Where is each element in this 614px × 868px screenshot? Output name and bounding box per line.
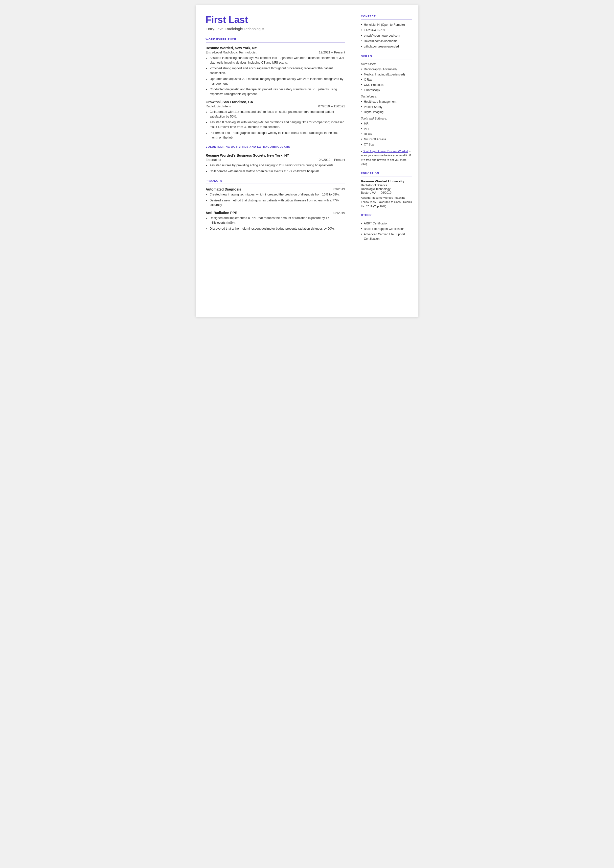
list-item: Provided strong rapport and encouragemen…	[206, 66, 345, 76]
job-2-bullets: Collaborated with 11+ interns and staff …	[206, 110, 345, 140]
name: First Last	[206, 15, 345, 25]
job-2-company: Growthsi, San Francisco, CA	[206, 100, 253, 104]
job-1: Resume Worded, New York, NY Entry-Level …	[206, 46, 345, 96]
list-item: Assisted 8 radiologists with loading PAC…	[206, 120, 345, 129]
list-item: CT Scan	[361, 142, 412, 147]
list-item: PET	[361, 127, 412, 131]
list-item: github.com/resumeworded	[361, 44, 412, 49]
list-item: Patient Safety	[361, 105, 412, 109]
other-list: ARRT Certification Basic Life Support Ce…	[361, 221, 412, 241]
contact-divider	[361, 19, 412, 20]
list-item: Assisted in injecting contrast dye via c…	[206, 56, 345, 65]
job-1-title-line: Entry-Level Radiologic Technologist 12/2…	[206, 50, 345, 54]
list-item: Digital Imaging	[361, 110, 412, 114]
hard-skills-list: Radiography (Advanced) Medical Imaging (…	[361, 67, 412, 92]
other-title: OTHER	[361, 214, 412, 216]
list-item: email@resumeworded.com	[361, 33, 412, 38]
other-divider	[361, 218, 412, 218]
list-item: ARRT Certification	[361, 221, 412, 226]
tools-list: MRI PET DEXA Microsoft Access CT Scan	[361, 121, 412, 147]
skills-title: SKILLS	[361, 55, 412, 57]
edu-school: Resume Worded University	[361, 179, 412, 183]
list-item: Assisted nurses by providing acting and …	[206, 163, 345, 168]
volunteer-job-1: Resume Worded's Business Society, New Yo…	[206, 154, 345, 174]
list-item: MRI	[361, 121, 412, 126]
volunteer-job-1-company: Resume Worded's Business Society, New Yo…	[206, 154, 289, 157]
job-1-dates: 12/2021 – Present	[319, 50, 345, 54]
contact-title: CONTACT	[361, 15, 412, 18]
project-2-title: Anti-Radiation PPE	[206, 211, 237, 215]
project-1-bullets: Created new imaging techniques, which in…	[206, 192, 345, 207]
promo-text: • Don't forget to use Resume Worded to s…	[361, 149, 412, 166]
project-2-header: Anti-Radiation PPE 02/2019	[206, 211, 345, 215]
project-1-header: Automated Diagnosis 03/2019	[206, 187, 345, 191]
job-1-title: Entry-Level Radiologic Technologist	[206, 50, 257, 54]
volunteer-job-1-header: Resume Worded's Business Society, New Yo…	[206, 154, 345, 157]
job-2-title-line: Radiologist Intern 07/2019 – 11/2021	[206, 104, 345, 108]
list-item: X-Ray	[361, 78, 412, 82]
list-item: Collaborated with medical staff to organ…	[206, 169, 345, 174]
list-item: +1-234-456-789	[361, 28, 412, 33]
list-item: Microsoft Access	[361, 137, 412, 141]
list-item: Collaborated with 11+ interns and staff …	[206, 110, 345, 119]
project-2-date: 02/2019	[333, 211, 345, 215]
list-item: Performed 145+ radiographic fluoroscopic…	[206, 130, 345, 140]
hard-skills-label: Hard Skills:	[361, 62, 412, 66]
project-1-date: 03/2019	[333, 187, 345, 191]
techniques-label: Techniques:	[361, 95, 412, 98]
projects-divider	[206, 183, 345, 184]
edu-degree: Bachelor of Science	[361, 183, 412, 187]
volunteer-job-1-title-line: Entertainer 04/2019 – Present	[206, 158, 345, 161]
project-2: Anti-Radiation PPE 02/2019 Designed and …	[206, 211, 345, 231]
list-item: Operated and adjusted 20+ medical imager…	[206, 77, 345, 86]
volunteering-title: VOLUNTEERING ACTIVITIES AND EXTRACURRICU…	[206, 145, 345, 148]
list-item: linkedin.com/in/username	[361, 39, 412, 43]
project-2-bullets: Designed and implemented a PPE that redu…	[206, 216, 345, 231]
job-2: Growthsi, San Francisco, CA Radiologist …	[206, 100, 345, 140]
job-2-title: Radiologist Intern	[206, 104, 231, 108]
techniques-list: Healthcare Management Patient Safety Dig…	[361, 99, 412, 114]
list-item: Fluoroscopy	[361, 88, 412, 92]
edu-awards: Awards: Resume Worded Teaching Fellow (o…	[361, 196, 412, 209]
list-item: Advanced Cardiac Life Support Certificat…	[361, 232, 412, 241]
project-1: Automated Diagnosis 03/2019 Created new …	[206, 187, 345, 207]
list-item: Medical Imaging (Experienced)	[361, 72, 412, 77]
contact-list: Honolulu, HI (Open to Remote) +1-234-456…	[361, 23, 412, 49]
subtitle: Entry-Level Radiologic Technologist	[206, 27, 345, 31]
project-1-title: Automated Diagnosis	[206, 187, 241, 191]
work-experience-divider	[206, 42, 345, 43]
right-column: CONTACT Honolulu, HI (Open to Remote) +1…	[354, 5, 419, 317]
edu-location: Boston, MA — 06/2019	[361, 191, 412, 194]
list-item: Healthcare Management	[361, 99, 412, 104]
list-item: Conducted diagnostic and therapeutic pro…	[206, 87, 345, 96]
job-1-header: Resume Worded, New York, NY	[206, 46, 345, 50]
projects-title: PROJECTS	[206, 179, 345, 182]
volunteer-job-1-bullets: Assisted nurses by providing acting and …	[206, 163, 345, 174]
list-item: Created new imaging techniques, which in…	[206, 192, 345, 197]
list-item: Radiography (Advanced)	[361, 67, 412, 71]
job-2-dates: 07/2019 – 11/2021	[318, 104, 345, 108]
edu-field: Radiologic Technology	[361, 187, 412, 191]
promo-link[interactable]: Don't forget to use Resume Worded	[363, 150, 408, 153]
volunteer-job-1-title: Entertainer	[206, 158, 222, 161]
job-1-bullets: Assisted in injecting contrast dye via c…	[206, 56, 345, 96]
list-item: Designed and implemented a PPE that redu…	[206, 216, 345, 225]
list-item: Devised a new method that distinguishes …	[206, 198, 345, 208]
skills-divider	[361, 59, 412, 59]
tools-label: Tools and Software:	[361, 117, 412, 120]
work-experience-title: WORK EXPERIENCE	[206, 38, 345, 41]
list-item: CDC Protocols	[361, 83, 412, 87]
job-2-header: Growthsi, San Francisco, CA	[206, 100, 345, 104]
resume-page: First Last Entry-Level Radiologic Techno…	[196, 5, 419, 317]
job-1-company: Resume Worded, New York, NY	[206, 46, 257, 50]
list-item: DEXA	[361, 132, 412, 136]
list-item: Discovered that a thermoluminescent dosi…	[206, 227, 345, 231]
education-title: EDUCATION	[361, 172, 412, 175]
list-item: Basic Life Support Certification	[361, 227, 412, 231]
list-item: Honolulu, HI (Open to Remote)	[361, 23, 412, 27]
left-column: First Last Entry-Level Radiologic Techno…	[196, 5, 354, 317]
volunteer-job-1-dates: 04/2019 – Present	[319, 158, 345, 161]
